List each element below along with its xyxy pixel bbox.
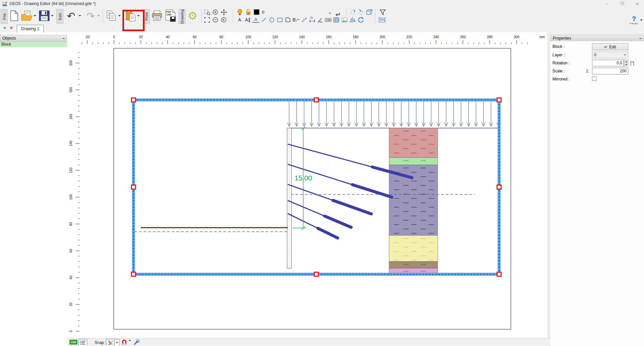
property-row-rotation: Rotation : 0,0 [°]: [550, 60, 644, 67]
undo-dropdown[interactable]: [78, 9, 82, 22]
properties-panel-header: Properties –: [550, 35, 644, 42]
file-menu-button[interactable]: File: [1, 9, 8, 24]
text-tool[interactable]: A: [236, 16, 243, 23]
layer-select-value: 0: [262, 10, 264, 15]
svg-text:140: 140: [299, 35, 305, 39]
copy-properties-icon[interactable]: [349, 9, 356, 15]
svg-text:0: 0: [69, 330, 73, 332]
lock-icon[interactable]: [245, 9, 252, 15]
svg-text:200: 200: [380, 35, 385, 39]
bulb-icon[interactable]: [236, 9, 244, 15]
edit-menu-button[interactable]: Edit: [56, 9, 63, 24]
measure-ruler-icon[interactable]: [378, 16, 386, 23]
polygon-tool[interactable]: [284, 16, 291, 23]
filter-funnel-icon[interactable]: [379, 9, 386, 15]
properties-tools-row: [349, 9, 373, 15]
export-pdf-cad-button[interactable]: PDF CAD: [164, 9, 176, 22]
svg-text:15,00: 15,00: [294, 174, 312, 182]
save-button[interactable]: [38, 9, 50, 22]
rotation-spinner[interactable]: [624, 60, 628, 66]
svg-text:0: 0: [113, 35, 115, 39]
enter-arrow-icon: ↵: [604, 45, 607, 49]
properties-minimize-button[interactable]: –: [639, 36, 642, 41]
svg-text:60: 60: [69, 249, 73, 253]
snap-mode-button[interactable]: [106, 339, 115, 346]
close-button[interactable]: ✕: [632, 1, 642, 7]
close-tab-button[interactable]: ✕: [9, 25, 14, 31]
spline-tool[interactable]: B: [292, 16, 300, 23]
copy-dropdown[interactable]: [117, 9, 121, 22]
tab-bar: + ✕ Drawing 1: [0, 24, 644, 33]
object-list-item-block[interactable]: Block: [0, 42, 67, 47]
title-bar: GEO5 - Drawing Editor (64 bit) [Unnamed.…: [0, 0, 644, 8]
save-dropdown[interactable]: [50, 9, 54, 22]
paste-properties-icon[interactable]: [357, 9, 365, 15]
mirrored-checkbox[interactable]: [592, 76, 596, 81]
pan-icon[interactable]: [220, 9, 227, 15]
objects-minimize-button[interactable]: –: [62, 36, 65, 41]
block-edit-button[interactable]: ↵ Edit: [592, 43, 628, 50]
circle-tool[interactable]: [268, 16, 275, 23]
magnet-dropdown[interactable]: [128, 341, 131, 346]
print-button[interactable]: [151, 9, 163, 22]
line-tool[interactable]: [260, 16, 267, 23]
color-swatch[interactable]: [253, 9, 260, 15]
properties-panel-title: Properties: [553, 36, 571, 41]
rotation-input[interactable]: 0,0: [592, 60, 624, 66]
zoom-in-icon[interactable]: [212, 9, 219, 15]
svg-text:160: 160: [69, 114, 73, 119]
svg-text:120: 120: [69, 167, 73, 173]
magnet-icon[interactable]: [121, 339, 127, 346]
mirror-icon[interactable]: [349, 16, 356, 23]
draw-tools-row: A A∥ A B 11 CAD: [236, 16, 348, 23]
zoom-out-icon[interactable]: [212, 16, 219, 23]
properties-body: Block : ↵ Edit Layer : 0 Rotation : 0,0 …: [550, 41, 644, 346]
rotate-icon[interactable]: [357, 16, 365, 23]
text-leader-tool[interactable]: A: [252, 17, 259, 23]
layer-label: Layer :: [552, 53, 565, 57]
redo-dropdown[interactable]: [97, 9, 100, 22]
block-label: Block :: [552, 44, 565, 49]
svg-text:120: 120: [272, 35, 278, 39]
scale-input[interactable]: 200: [592, 68, 628, 74]
layer-color-row: 0: [236, 9, 264, 15]
dimension-tool[interactable]: 11: [309, 16, 316, 23]
toolbar-separator: [233, 9, 233, 23]
copy-button[interactable]: [105, 9, 117, 22]
image-tool[interactable]: [341, 16, 348, 23]
tab-drawing-1[interactable]: Drawing 1: [17, 25, 44, 33]
open-dropdown[interactable]: [33, 9, 37, 22]
snap-mode-dropdown[interactable]: [114, 339, 119, 346]
3d-view-icon[interactable]: [366, 9, 373, 15]
svg-text:200: 200: [69, 60, 73, 66]
zoom-window-icon[interactable]: [203, 9, 211, 15]
zoom-fit-icon[interactable]: [203, 16, 211, 23]
zoom-previous-icon[interactable]: [220, 16, 227, 23]
drawing-canvas[interactable]: -200204060801001201401601802002202402602…: [67, 32, 550, 338]
settings-gear-button[interactable]: ⚙: [186, 9, 199, 22]
multiline-text-tool[interactable]: A∥: [244, 16, 251, 23]
display-options-button[interactable]: [78, 339, 87, 346]
rectangle-tool[interactable]: [276, 16, 283, 23]
measure-tool[interactable]: [301, 16, 308, 23]
redo-button[interactable]: ↷: [85, 9, 97, 22]
property-row-layer: Layer : 0: [550, 52, 644, 59]
objects-panel: Objects – Block: [0, 32, 67, 346]
new-file-button[interactable]: [8, 9, 20, 22]
add-tab-button[interactable]: +: [2, 25, 7, 31]
wrench-settings-icon[interactable]: [133, 339, 140, 346]
layer-combobox[interactable]: 0: [592, 52, 628, 58]
import-dxf-tool[interactable]: CAD: [325, 16, 332, 23]
drawing-menu-button[interactable]: Drawing: [178, 9, 185, 24]
scale-prefix: 1:: [586, 69, 589, 73]
open-file-button[interactable]: [21, 9, 33, 22]
svg-text:140: 140: [69, 140, 73, 146]
angle-dimension-tool[interactable]: [317, 16, 324, 23]
table-tool[interactable]: [333, 16, 340, 23]
svg-text:-20: -20: [85, 35, 90, 39]
undo-button[interactable]: ↶: [65, 9, 77, 22]
minimize-button[interactable]: –: [602, 1, 612, 7]
property-row-block: Block : ↵ Edit: [550, 43, 644, 50]
cad-mode-badge[interactable]: CAD: [69, 340, 77, 345]
restore-button[interactable]: [617, 1, 627, 7]
